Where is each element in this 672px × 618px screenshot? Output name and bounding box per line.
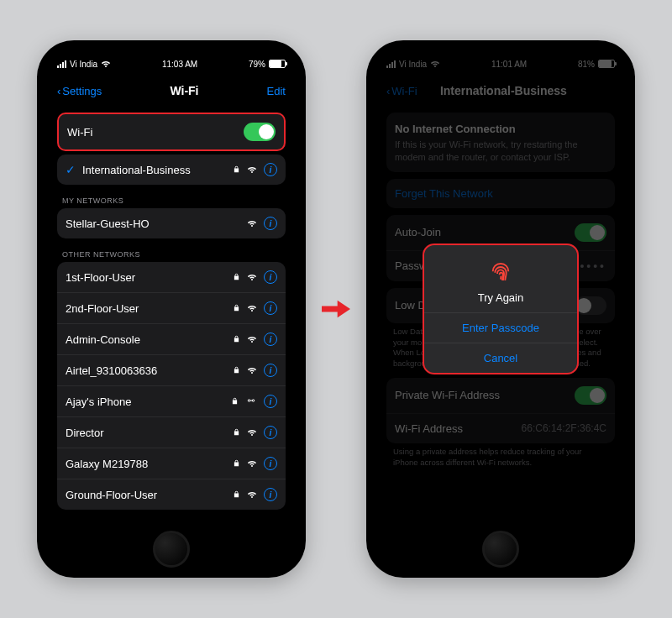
wifi-icon — [247, 489, 257, 501]
wifi-icon — [247, 333, 257, 346]
page-title: Wi-Fi — [170, 84, 198, 97]
network-row[interactable]: Admin-Consolei — [57, 324, 286, 355]
network-name: 1st-Floor-User — [66, 271, 233, 284]
info-icon[interactable]: i — [264, 395, 277, 408]
arrow-right-icon — [321, 294, 351, 324]
wifi-toggle-row-highlight: Wi-Fi — [57, 113, 286, 151]
clock: 11:03 AM — [162, 60, 197, 69]
back-button[interactable]: ‹ Settings — [57, 85, 102, 97]
other-networks-header: OTHER NETWORKS — [57, 245, 286, 262]
nav-bar: ‹ Settings Wi-Fi Edit — [49, 76, 294, 106]
wifi-toggle-row[interactable]: Wi-Fi — [59, 114, 284, 149]
svg-point-1 — [252, 399, 255, 401]
home-button[interactable] — [153, 531, 190, 568]
cancel-button[interactable]: Cancel — [424, 343, 577, 373]
network-row[interactable]: 1st-Floor-Useri — [57, 262, 286, 293]
status-bar: Vi India 11:03 AM 79% — [49, 52, 294, 76]
hotspot-icon — [245, 395, 257, 408]
lock-icon — [233, 364, 240, 377]
network-name: Admin-Console — [66, 333, 233, 346]
carrier-label: Vi India — [70, 60, 97, 69]
info-icon[interactable]: i — [264, 488, 277, 501]
wifi-icon — [247, 427, 257, 439]
network-row[interactable]: Galaxy M219788i — [57, 448, 286, 479]
screen-left: Vi India 11:03 AM 79% ‹ Settings Wi-Fi E… — [49, 52, 294, 566]
info-icon[interactable]: i — [264, 426, 277, 439]
info-icon[interactable]: i — [264, 163, 277, 176]
info-icon[interactable]: i — [264, 364, 277, 377]
network-name: Airtel_9310063636 — [66, 364, 233, 377]
wifi-icon — [247, 364, 257, 377]
network-row[interactable]: Ajay's iPhonei — [57, 386, 286, 417]
info-icon[interactable]: i — [264, 333, 277, 346]
battery-icon — [269, 60, 286, 68]
wifi-icon — [247, 271, 257, 284]
svg-point-0 — [248, 399, 250, 401]
back-label: Settings — [62, 85, 102, 97]
network-name: Director — [66, 427, 233, 439]
lock-icon — [233, 302, 240, 315]
lock-icon — [233, 458, 240, 470]
enter-passcode-button[interactable]: Enter Passcode — [424, 312, 577, 343]
wifi-icon — [247, 302, 257, 315]
touchid-dialog-overlay: Try Again Enter Passcode Cancel — [378, 52, 623, 566]
info-icon[interactable]: i — [264, 301, 277, 315]
my-networks-header: MY NETWORKS — [57, 191, 286, 208]
touchid-icon — [424, 245, 577, 291]
network-name: Ground-Floor-User — [66, 489, 233, 501]
network-name: Galaxy M219788 — [66, 458, 233, 470]
checkmark-icon: ✓ — [66, 163, 76, 176]
phone-right: Vi India 11:01 AM 81% ‹ Wi-Fi Internatio… — [366, 40, 635, 578]
network-row[interactable]: Airtel_9310063636i — [57, 355, 286, 386]
wifi-icon — [247, 164, 257, 176]
wifi-icon — [101, 58, 111, 70]
lock-icon — [233, 333, 240, 346]
wifi-icon — [247, 458, 257, 470]
lock-icon — [231, 395, 239, 408]
network-row[interactable]: 2nd-Floor-Useri — [57, 293, 286, 324]
network-name: Stellar-Guest-HO — [66, 217, 247, 230]
wifi-toggle[interactable] — [244, 123, 276, 141]
touchid-dialog: Try Again Enter Passcode Cancel — [423, 244, 579, 374]
lock-icon — [233, 164, 240, 176]
network-row[interactable]: Directori — [57, 417, 286, 448]
network-name: Ajay's iPhone — [66, 395, 231, 408]
wifi-label: Wi-Fi — [67, 126, 244, 139]
dialog-title: Try Again — [424, 291, 577, 312]
lock-icon — [233, 427, 240, 439]
connected-network-name: International-Business — [82, 164, 233, 176]
screen-right: Vi India 11:01 AM 81% ‹ Wi-Fi Internatio… — [378, 52, 623, 566]
phone-left: Vi India 11:03 AM 79% ‹ Settings Wi-Fi E… — [37, 40, 306, 578]
network-name: 2nd-Floor-User — [66, 302, 233, 315]
network-row[interactable]: Stellar-Guest-HO i — [57, 208, 286, 238]
home-button[interactable] — [482, 531, 519, 568]
info-icon[interactable]: i — [264, 217, 277, 230]
lock-icon — [233, 489, 240, 501]
wifi-icon — [247, 217, 257, 230]
network-row[interactable]: Ground-Floor-Useri — [57, 479, 286, 510]
signal-icon — [57, 60, 66, 68]
edit-button[interactable]: Edit — [267, 85, 286, 97]
info-icon[interactable]: i — [264, 457, 277, 470]
connected-network-row[interactable]: ✓ International-Business i — [57, 154, 286, 185]
info-icon[interactable]: i — [264, 270, 277, 284]
lock-icon — [233, 271, 240, 284]
battery-percent: 79% — [249, 60, 265, 69]
chevron-left-icon: ‹ — [57, 85, 60, 97]
